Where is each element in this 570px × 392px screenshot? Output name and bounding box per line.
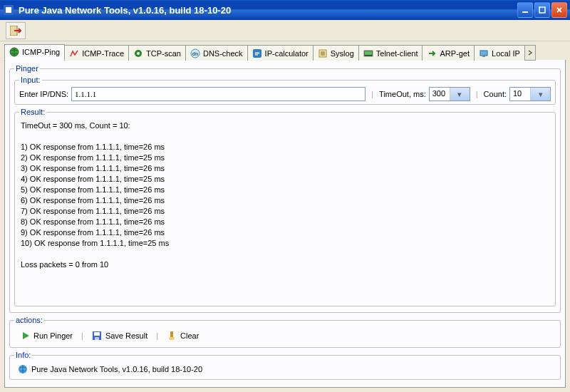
svg-rect-23 [95,337,99,340]
minimize-button[interactable] [517,2,533,18]
ip-icon: IP [252,48,262,58]
svg-rect-20 [482,56,485,57]
play-icon [21,331,30,340]
save-label: Save Result [105,331,147,340]
tab-label: ICMP-Trace [82,49,124,58]
tab-label: TCP-scan [146,49,181,58]
close-button[interactable] [551,2,567,18]
clear-icon [167,331,177,341]
run-label: Run Pinger [33,331,73,340]
info-group: Info: Pure Java Network Tools, v1.0.16, … [9,351,561,380]
trace-icon [69,48,79,58]
input-legend: Input: [19,76,42,84]
separator: | [81,331,83,340]
tab-content: Pinger Input: Enter IP/DNS: | TimeOut, m… [4,60,566,388]
pinger-legend: Pinger [14,64,40,73]
telnet-icon [363,48,373,58]
input-group: Input: Enter IP/DNS: | TimeOut, ms: 300 … [14,76,556,105]
titlebar: Pure Java Network Tools, v1.0.16, build … [0,0,570,20]
tab-telnet-client[interactable]: Telnet-client [358,45,423,61]
count-select[interactable]: 10 ▾ [509,87,551,101]
syslog-icon [318,48,328,58]
tab-arp-get[interactable]: ARP-get [422,45,475,61]
scan-icon [133,48,143,58]
chevron-down-icon: ▾ [450,88,470,100]
tab-label: ARP-get [440,49,470,58]
count-value: 10 [510,88,530,100]
toolbar [0,20,570,41]
maximize-button[interactable] [534,2,550,18]
tab-strip: ICMP-Ping ICMP-Trace TCP-scan dn DNS-che… [0,41,570,60]
tab-tcp-scan[interactable]: TCP-scan [128,45,186,61]
tab-local-ip[interactable]: Local IP [474,45,525,61]
chevron-down-icon: ▾ [530,88,550,100]
tab-scroll-right[interactable] [524,45,536,61]
globe-icon [18,364,28,374]
window-title: Pure Java Network Tools, v1.0.16, build … [19,5,517,16]
ip-input[interactable] [71,87,366,101]
svg-point-8 [137,52,140,55]
separator: | [156,331,158,340]
exit-toolbar-button[interactable] [6,22,26,39]
count-label: Count: [484,90,507,98]
info-legend: Info: [14,351,32,359]
svg-rect-19 [480,51,487,56]
tab-label: IP-calculator [265,49,309,58]
actions-group: actions: Run Pinger | Save Result | Clea… [9,316,561,348]
clear-button[interactable]: Clear [162,329,203,343]
separator: | [368,90,376,98]
timeout-label: TimeOut, ms: [379,90,426,98]
svg-rect-2 [522,11,528,13]
tab-dns-check[interactable]: dn DNS-check [185,45,248,61]
actions-legend: actions: [14,316,44,324]
app-icon [3,4,14,16]
ip-label: Enter IP/DNS: [19,90,68,98]
tab-ip-calculator[interactable]: IP IP-calculator [247,45,314,61]
clear-label: Clear [180,331,199,340]
result-output: TimeOut = 300 ms, Count = 10: 1) OK resp… [19,119,551,303]
run-pinger-button[interactable]: Run Pinger [17,329,77,342]
svg-rect-24 [170,331,173,337]
dns-icon: dn [190,48,200,58]
timeout-select[interactable]: 300 ▾ [429,87,470,101]
timeout-value: 300 [430,88,450,100]
result-legend: Result: [19,108,46,116]
tab-syslog[interactable]: Syslog [313,45,359,61]
tab-icmp-ping[interactable]: ICMP-Ping [4,44,65,60]
tab-icmp-trace[interactable]: ICMP-Trace [64,45,129,61]
globe-icon [9,47,19,57]
svg-rect-1 [6,7,11,13]
tab-label: ICMP-Ping [22,48,60,56]
localip-icon [479,48,489,58]
svg-rect-22 [94,332,100,336]
svg-rect-3 [539,7,545,13]
tab-label: Syslog [331,49,354,58]
info-text: Pure Java Network Tools, v1.0.16, build … [31,365,202,373]
arp-icon [427,48,437,58]
svg-text:IP: IP [254,51,259,56]
result-group: Result: TimeOut = 300 ms, Count = 10: 1)… [14,108,556,306]
tab-label: DNS-check [203,49,243,58]
separator: | [473,90,481,98]
svg-rect-18 [365,51,372,55]
pinger-group: Pinger Input: Enter IP/DNS: | TimeOut, m… [9,64,561,313]
save-icon [92,331,102,341]
svg-text:dn: dn [192,51,199,56]
tab-label: Local IP [492,49,520,58]
tab-label: Telnet-client [376,49,418,58]
save-result-button[interactable]: Save Result [88,329,152,343]
